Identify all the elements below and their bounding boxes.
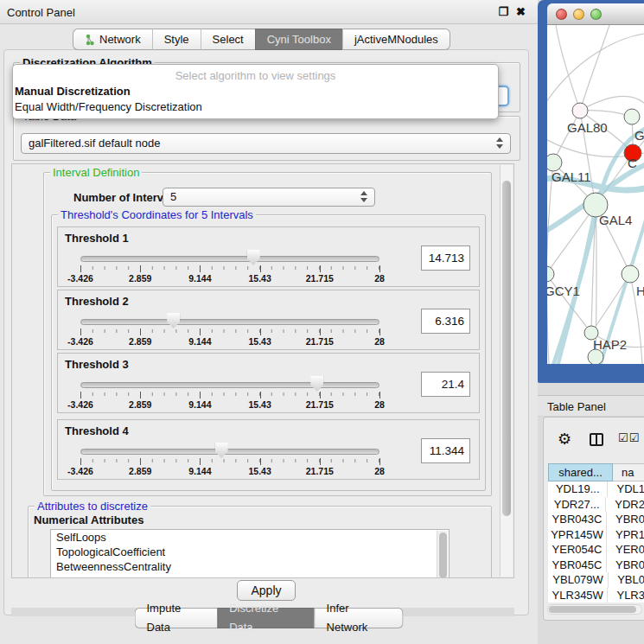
dropdown-placeholder: Select algorithm to view settings — [13, 69, 498, 82]
table-data-combobox[interactable]: galFiltered.sif default node — [21, 133, 511, 154]
cell-shared-name: YDR27... — [548, 497, 606, 513]
threshold-slider[interactable]: -3.4262.8599.14415.4321.71528 — [80, 227, 379, 288]
list-item[interactable]: TopologicalCoefficient — [51, 545, 449, 559]
major-tick — [200, 458, 201, 465]
network-icon — [85, 34, 95, 46]
table-row[interactable]: YER054CYER0 — [548, 542, 644, 558]
node-gal80[interactable] — [572, 103, 588, 118]
network-window-titlebar[interactable] — [547, 3, 644, 25]
tab-label: Style — [164, 33, 189, 46]
table-row[interactable]: YDL19...YDL1 — [548, 481, 644, 497]
node-gcy1[interactable] — [547, 266, 554, 282]
slider-thumb-icon[interactable] — [167, 313, 180, 328]
table-row[interactable]: YDR27...YDR2 — [548, 497, 644, 513]
slider-track[interactable] — [80, 319, 379, 325]
threshold-value-field[interactable]: 21.4 — [421, 372, 470, 397]
minor-ticks — [80, 392, 379, 396]
group-title-interval: Interval Definition — [50, 166, 142, 179]
tick-label: 2.859 — [129, 466, 151, 476]
number-of-intervals-combobox[interactable]: 5 — [163, 188, 375, 207]
column-header-name[interactable]: na — [613, 463, 644, 481]
node-ga[interactable] — [624, 109, 640, 124]
dropdown-option-manual[interactable]: Manual Discretization — [15, 85, 498, 98]
table-row[interactable]: YPR145WYPR1 — [548, 527, 644, 543]
major-tick — [80, 392, 81, 399]
list-item[interactable]: BetweennessCentrality — [51, 559, 449, 574]
tab-style[interactable]: Style — [152, 29, 201, 50]
tab-network[interactable]: Network — [73, 29, 152, 50]
label-hap2: HAP2 — [593, 337, 627, 352]
mac-close-icon[interactable] — [556, 9, 567, 20]
mac-minimize-icon[interactable] — [573, 9, 584, 20]
list-scrollbar[interactable] — [437, 531, 448, 578]
cell-shared-name: YBR045C — [548, 558, 607, 573]
tab-discretize-data[interactable]: Discretize Data — [217, 608, 314, 628]
slider-thumb-icon[interactable] — [215, 443, 228, 458]
node-gal11[interactable] — [547, 154, 562, 171]
major-tick — [379, 392, 380, 399]
dropdown-option-equal-width[interactable]: Equal Width/Frequency Discretization — [15, 100, 498, 113]
tick-label: 21.715 — [306, 273, 334, 284]
slider-thumb-icon[interactable] — [310, 376, 323, 392]
slider-track[interactable] — [80, 449, 379, 455]
label-gal80: GAL80 — [567, 120, 608, 135]
table-toolbar: ⚙ ☑☑ — [544, 426, 644, 456]
threshold-slider[interactable]: -3.4262.8599.14415.4321.71528 — [80, 420, 379, 481]
tab-infer-network[interactable]: Infer Network — [315, 608, 404, 628]
major-tick — [320, 265, 321, 272]
major-tick — [260, 328, 261, 335]
float-window-icon[interactable]: ❐ — [498, 5, 508, 18]
table-row[interactable]: YLR345WYLR3 — [548, 588, 644, 603]
node-table[interactable]: shared... na YDL19...YDL1YDR27...YDR2YBR… — [548, 463, 644, 603]
major-tick — [140, 392, 141, 399]
threshold-panel: Threshold 2-3.4262.8599.14415.4321.71528… — [57, 290, 480, 350]
numerical-attributes-label: Numerical Attributes — [34, 513, 143, 526]
slider-track[interactable] — [80, 256, 379, 262]
slider-thumb-icon[interactable] — [247, 250, 260, 265]
tick-label: -3.426 — [67, 336, 93, 347]
cell-name: YBL0 — [609, 572, 644, 588]
threshold-slider[interactable]: -3.4262.8599.14415.4321.71528 — [80, 290, 379, 351]
major-tick — [320, 458, 321, 465]
column-header-shared-name[interactable]: shared... — [548, 463, 613, 481]
major-tick — [379, 328, 380, 335]
bottom-tabbar: Impute DataDiscretize DataInfer Network — [135, 608, 404, 628]
table-row[interactable]: YBL079WYBL0 — [548, 572, 644, 588]
threshold-value-field[interactable]: 14.713 — [421, 245, 470, 271]
major-tick — [140, 328, 141, 335]
numerical-attributes-list[interactable]: SelfLoopsTopologicalCoefficientBetweenne… — [50, 529, 450, 578]
columns-icon[interactable] — [590, 433, 603, 446]
cell-shared-name: YBL079W — [548, 572, 609, 588]
table-panel-titlebar: Table Panel — [538, 395, 644, 417]
minor-ticks — [80, 266, 379, 270]
threshold-slider[interactable]: -3.4262.8599.14415.4321.71528 — [80, 354, 379, 414]
threshold-value-field[interactable]: 11.344 — [421, 438, 470, 463]
threshold-panel: Threshold 1-3.4262.8599.14415.4321.71528… — [57, 226, 480, 287]
tab-jactivemnodules[interactable]: jActiveMNodules — [342, 29, 450, 50]
cell-name: YLR3 — [608, 588, 644, 603]
label-h: H — [636, 284, 644, 298]
horizontal-scrollbar[interactable] — [547, 604, 642, 615]
list-item[interactable]: SelfLoops — [51, 530, 449, 545]
tab-label: jActiveMNodules — [354, 33, 438, 46]
table-row[interactable]: YBR045CYBR0 — [548, 558, 644, 573]
tab-label: Cyni Toolbox — [267, 33, 331, 46]
tab-cyni-toolbox[interactable]: Cyni Toolbox — [255, 29, 342, 50]
select-columns-checkbox-icons[interactable]: ☑☑ — [618, 431, 640, 444]
group-title-attributes: Attributes to discretize — [35, 500, 150, 513]
tab-select[interactable]: Select — [201, 29, 255, 50]
vertical-scrollbar[interactable] — [500, 165, 513, 577]
mac-zoom-icon[interactable] — [590, 9, 602, 20]
slider-track[interactable] — [80, 382, 379, 388]
threshold-value-field[interactable]: 6.316 — [421, 309, 470, 334]
tick-label: 28 — [374, 399, 385, 410]
close-icon[interactable]: ✖ — [516, 5, 526, 18]
tab-impute-data[interactable]: Impute Data — [135, 608, 218, 628]
apply-button[interactable]: Apply — [237, 580, 296, 601]
table-rows: YDL19...YDL1YDR27...YDR2YBR043CYBR0YPR14… — [548, 481, 644, 603]
node-h[interactable] — [622, 265, 639, 283]
settings-gear-icon[interactable]: ⚙ — [558, 430, 571, 449]
table-row[interactable]: YBR043CYBR0 — [548, 512, 644, 527]
cell-name: YPR1 — [607, 527, 644, 543]
network-canvas[interactable]: GAL80 GA C GAL11 GAL4 GCY1 H HAP2 — [547, 25, 644, 364]
